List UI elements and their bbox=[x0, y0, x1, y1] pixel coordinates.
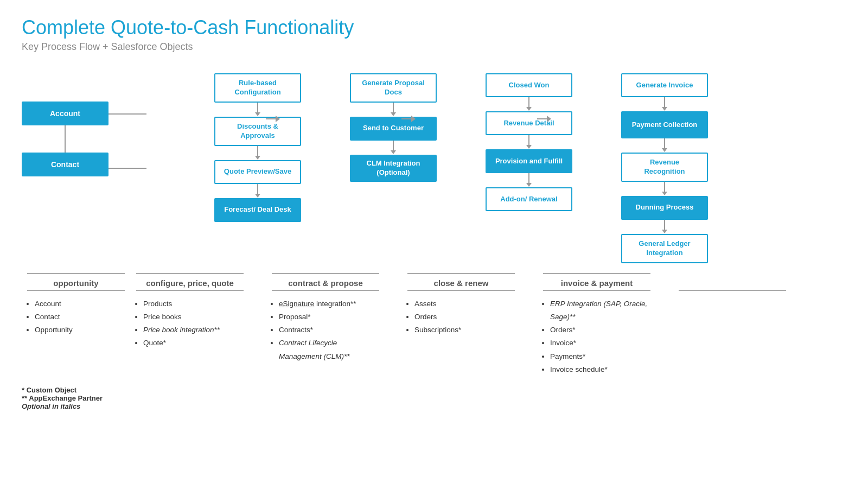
bullets-invoice: ERP Integration (SAP, Oracle, Sage)** Or… bbox=[537, 297, 656, 377]
bullet-assets: Assets bbox=[414, 297, 516, 310]
clm-box: CLM Integration (Optional) bbox=[350, 155, 437, 182]
contact-box: Contact bbox=[22, 153, 108, 176]
divider-row: opportunity configure, price, quote cont… bbox=[22, 273, 846, 288]
bullets-row: Account Contact Opportunity Products Pri… bbox=[22, 297, 846, 377]
label-contract: contract & propose bbox=[288, 278, 363, 288]
col-contract-boxes: Generate Proposal Docs Send to Customer … bbox=[385, 69, 401, 182]
bullet-products: Products bbox=[143, 297, 245, 310]
bullet-contact: Contact bbox=[35, 310, 126, 324]
bullet-erp: ERP Integration (SAP, Oracle, Sage)** bbox=[550, 297, 652, 324]
label-close: close & renew bbox=[434, 278, 489, 288]
bullets-opportunity: Account Contact Opportunity bbox=[22, 297, 130, 337]
bullet-orders-close: Orders bbox=[414, 310, 516, 324]
footnote-optional: Optional in italics bbox=[22, 402, 846, 410]
col-close-boxes: Closed Won Revenue Detail Provision and … bbox=[521, 69, 537, 211]
bullet-opportunity: Opportunity bbox=[35, 324, 126, 337]
revenue-recognition-box: Revenue Recognition bbox=[621, 153, 708, 182]
bullet-pricebooks: Price books bbox=[143, 310, 245, 324]
diagram: Account Contact Rule-based Configuration… bbox=[22, 69, 846, 263]
bullets-close: Assets Orders Subscriptions* bbox=[401, 297, 521, 337]
bullet-subscriptions: Subscriptions* bbox=[414, 324, 516, 337]
subtitle: Key Process Flow + Salesforce Objects bbox=[22, 41, 846, 53]
label-invoice: invoice & payment bbox=[561, 278, 633, 288]
bullet-pricebook-int: Price book integration** bbox=[143, 324, 245, 337]
bullets-cpq: Products Price books Price book integrat… bbox=[130, 297, 250, 350]
forecast-box: Forecast/ Deal Desk bbox=[214, 198, 301, 222]
col-invoice-boxes: Generate Invoice Payment Collection Reve… bbox=[656, 69, 673, 263]
bullet-invoice: Invoice* bbox=[550, 337, 652, 350]
main-title: Complete Quote-to-Cash Functionality bbox=[22, 16, 846, 39]
bullet-orders-inv: Orders* bbox=[550, 324, 652, 337]
bullet-quote: Quote* bbox=[143, 337, 245, 350]
footnote-custom: * Custom Object bbox=[22, 386, 846, 394]
provision-box: Provision and Fulfill bbox=[486, 149, 572, 173]
label-cpq: configure, price, quote bbox=[146, 278, 234, 288]
footnote-appexchange: ** AppExchange Partner bbox=[22, 394, 846, 402]
bullet-invoice-schedule: Invoice schedule* bbox=[550, 363, 652, 376]
dunning-box: Dunning Process bbox=[621, 196, 708, 220]
payment-collection-box: Payment Collection bbox=[621, 111, 708, 138]
col-cpq-boxes: Rule-based Configuration Discounts & App… bbox=[250, 69, 266, 222]
col-opportunity-boxes: Account Contact bbox=[22, 69, 130, 176]
general-ledger-box: General Ledger Integration bbox=[621, 234, 708, 263]
account-box: Account bbox=[22, 102, 108, 125]
label-opportunity: opportunity bbox=[53, 278, 98, 288]
bullet-contracts: Contracts* bbox=[279, 324, 381, 337]
bullet-esignature: eSignature integration** bbox=[279, 297, 381, 310]
bullet-account: Account bbox=[35, 297, 126, 310]
footnotes: * Custom Object ** AppExchange Partner O… bbox=[22, 386, 846, 410]
addon-box: Add-on/ Renewal bbox=[486, 187, 572, 211]
bullet-clm: Contract Lifecycle Management (CLM)** bbox=[279, 337, 381, 363]
bullet-payments: Payments* bbox=[550, 350, 652, 363]
bullet-proposal: Proposal* bbox=[279, 310, 381, 324]
bullets-contract: eSignature integration** Proposal* Contr… bbox=[266, 297, 385, 363]
quote-preview-box: Quote Preview/Save bbox=[214, 160, 301, 184]
gen-invoice-box: Generate Invoice bbox=[621, 73, 708, 97]
